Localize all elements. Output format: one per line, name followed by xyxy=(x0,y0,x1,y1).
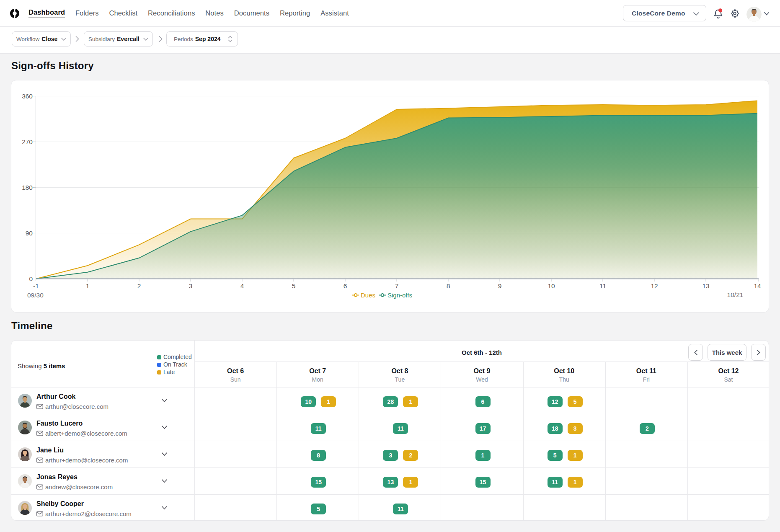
svg-text:Sign-offs: Sign-offs xyxy=(387,292,412,299)
svg-text:6: 6 xyxy=(344,282,347,289)
svg-text:09/30: 09/30 xyxy=(27,292,44,299)
svg-text:1: 1 xyxy=(86,282,90,289)
svg-text:9: 9 xyxy=(498,282,502,289)
svg-text:13: 13 xyxy=(702,282,709,289)
svg-text:-1: -1 xyxy=(33,282,39,289)
svg-text:5: 5 xyxy=(292,282,296,289)
svg-text:3: 3 xyxy=(189,282,193,289)
svg-text:14: 14 xyxy=(754,282,761,289)
svg-text:Dues: Dues xyxy=(361,292,375,299)
svg-text:180: 180 xyxy=(22,184,33,191)
svg-text:4: 4 xyxy=(240,282,244,289)
svg-text:270: 270 xyxy=(22,138,33,145)
svg-text:10: 10 xyxy=(548,282,555,289)
svg-text:2: 2 xyxy=(137,282,141,289)
svg-text:360: 360 xyxy=(22,93,33,100)
svg-text:7: 7 xyxy=(395,282,399,289)
svg-text:8: 8 xyxy=(447,282,450,289)
svg-text:90: 90 xyxy=(26,230,33,237)
svg-text:12: 12 xyxy=(651,282,658,289)
svg-text:0: 0 xyxy=(29,275,33,282)
svg-text:10/21: 10/21 xyxy=(727,291,744,298)
svg-text:11: 11 xyxy=(599,282,606,289)
